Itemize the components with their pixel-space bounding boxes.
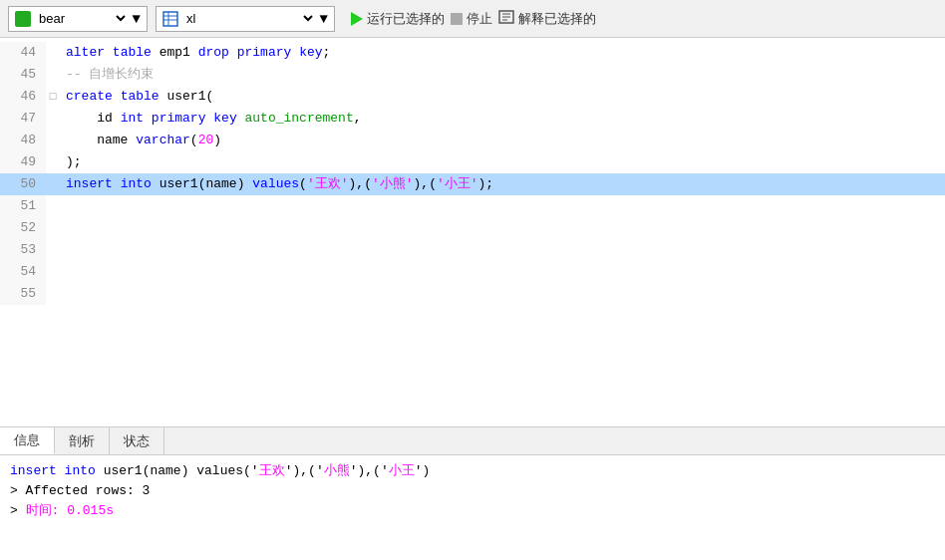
line-num-48: 48 xyxy=(0,130,46,151)
bottom-panel: 信息 剖析 状态 insert into user1(name) values(… xyxy=(0,426,945,560)
code-content-44: alter table emp1 drop primary key; xyxy=(60,42,945,64)
play-icon xyxy=(351,12,363,26)
bottom-content: insert into user1(name) values('王欢'),('小… xyxy=(0,455,945,560)
toolbar: bear ▼ xl ▼ 运行已选择的 停止 xyxy=(0,0,945,38)
line-num-49: 49 xyxy=(0,151,46,173)
output-line-1: insert into user1(name) values('王欢'),('小… xyxy=(10,461,935,481)
svg-rect-0 xyxy=(163,12,177,26)
table-selector[interactable]: xl ▼ xyxy=(156,6,335,32)
line-num-47: 47 xyxy=(0,108,46,130)
run-label: 运行已选择的 xyxy=(367,10,445,28)
code-editor[interactable]: 44 alter table emp1 drop primary key; 45… xyxy=(0,38,945,426)
code-line-50: 50 insert into user1(name) values('王欢'),… xyxy=(0,173,945,195)
code-line-44: 44 alter table emp1 drop primary key; xyxy=(0,42,945,64)
db-chevron-icon: ▼ xyxy=(133,11,141,27)
code-content-52 xyxy=(60,217,945,239)
tab-profile[interactable]: 剖析 xyxy=(55,427,110,454)
run-button[interactable]: 运行已选择的 xyxy=(351,10,445,28)
explain-label: 解释已选择的 xyxy=(518,10,596,28)
code-line-46: 46 □ create table user1( xyxy=(0,86,945,108)
code-line-49: 49 ); xyxy=(0,151,945,173)
code-line-52: 52 xyxy=(0,217,945,239)
stop-button[interactable]: 停止 xyxy=(451,10,492,28)
line-num-50: 50 xyxy=(0,173,46,195)
code-content-48: name varchar(20) xyxy=(60,130,945,151)
tab-status[interactable]: 状态 xyxy=(110,427,164,454)
table-chevron-icon: ▼ xyxy=(320,11,328,27)
code-content-50: insert into user1(name) values('王欢'),('小… xyxy=(60,173,945,195)
output-line-3: > 时间: 0.015s xyxy=(10,501,935,521)
code-line-55: 55 xyxy=(0,283,945,305)
toolbar-actions: 运行已选择的 停止 解释已选择的 xyxy=(351,9,596,28)
bottom-tabs: 信息 剖析 状态 xyxy=(0,427,945,455)
line-num-45: 45 xyxy=(0,64,46,86)
output-line-2: > Affected rows: 3 xyxy=(10,481,935,501)
code-content-47: id int primary key auto_increment, xyxy=(60,108,945,130)
code-content-49: ); xyxy=(60,151,945,173)
explain-button[interactable]: 解释已选择的 xyxy=(498,9,596,28)
code-content-45: -- 自增长约束 xyxy=(60,64,945,86)
line-num-51: 51 xyxy=(0,195,46,217)
code-content-54 xyxy=(60,261,945,283)
line-num-55: 55 xyxy=(0,283,46,305)
table-icon xyxy=(162,11,178,27)
line-num-44: 44 xyxy=(0,42,46,64)
code-content-53 xyxy=(60,239,945,261)
stop-icon xyxy=(451,13,463,25)
code-line-47: 47 id int primary key auto_increment, xyxy=(0,108,945,130)
line-num-46: 46 xyxy=(0,86,46,108)
line-num-54: 54 xyxy=(0,261,46,283)
code-content-46: create table user1( xyxy=(60,86,945,108)
line-num-52: 52 xyxy=(0,217,46,239)
code-content-55 xyxy=(60,283,945,305)
code-content-51 xyxy=(60,195,945,217)
explain-icon xyxy=(498,9,514,28)
line-num-53: 53 xyxy=(0,239,46,261)
code-line-54: 54 xyxy=(0,261,945,283)
code-line-45: 45 -- 自增长约束 xyxy=(0,64,945,86)
code-line-53: 53 xyxy=(0,239,945,261)
db-select[interactable]: bear xyxy=(35,10,129,27)
table-select[interactable]: xl xyxy=(182,10,316,27)
code-line-51: 51 xyxy=(0,195,945,217)
db-selector[interactable]: bear ▼ xyxy=(8,6,148,32)
code-line-48: 48 name varchar(20) xyxy=(0,130,945,151)
db-icon xyxy=(15,11,31,27)
tab-info[interactable]: 信息 xyxy=(0,427,55,454)
stop-label: 停止 xyxy=(467,10,492,28)
